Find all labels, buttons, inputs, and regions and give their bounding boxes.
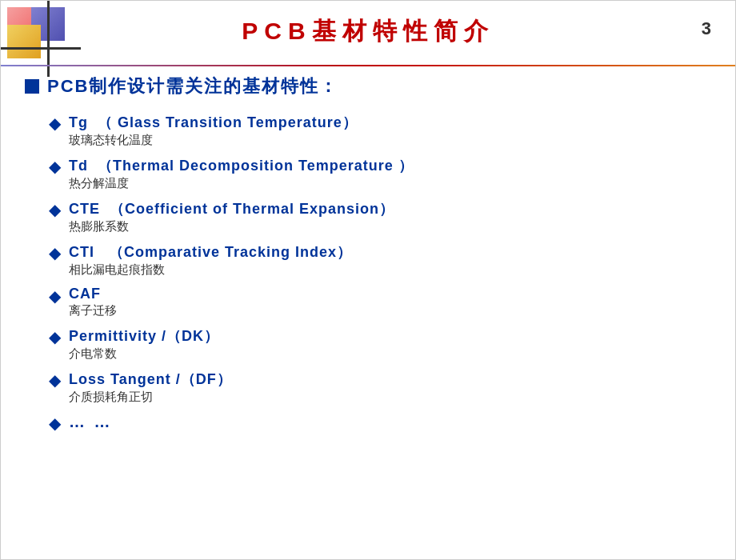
title-bar: PCB基材特性简介 <box>1 15 735 48</box>
item-content: CTI （Comparative Tracking Index） 相比漏电起痕指… <box>69 242 352 278</box>
item-content: CTE （Coefficient of Thermal Expansion） 热… <box>69 199 394 234</box>
item-main-text: CTI （Comparative Tracking Index） <box>69 242 352 262</box>
item-content: … … <box>69 413 113 431</box>
diamond-bullet-icon: ◆ <box>49 157 61 176</box>
content-area: PCB制作设计需关注的基材特性： ◆ Tg （ Glass Transition… <box>25 74 719 441</box>
diamond-bullet-icon: ◆ <box>49 327 61 346</box>
item-sub-text: 相比漏电起痕指数 <box>69 262 352 278</box>
list-item: ◆ Loss Tangent /（DF） 介质损耗角正切 <box>49 370 719 405</box>
list-item: ◆ Tg （ Glass Transition Temperature） 玻璃态… <box>49 113 719 148</box>
diamond-bullet-icon: ◆ <box>49 370 61 390</box>
list-item: ◆ CTE （Coefficient of Thermal Expansion）… <box>49 199 719 234</box>
properties-list: ◆ Tg （ Glass Transition Temperature） 玻璃态… <box>25 113 719 433</box>
item-main-text: Td （Thermal Decomposition Temperature ） <box>69 156 414 175</box>
list-item: ◆ CAF 离子迁移 <box>49 286 719 318</box>
list-item: ◆ Permittivity /（DK） 介电常数 <box>49 326 719 362</box>
item-main-text: CTE （Coefficient of Thermal Expansion） <box>69 199 394 218</box>
diamond-bullet-icon: ◆ <box>49 114 61 133</box>
item-sub-text: 玻璃态转化温度 <box>69 133 358 148</box>
item-main-text: Permittivity /（DK） <box>69 326 219 346</box>
item-main-text: Tg （ Glass Transition Temperature） <box>69 113 358 132</box>
diamond-bullet-icon: ◆ <box>49 414 61 433</box>
section-bullet-icon <box>25 79 39 94</box>
item-sub-text: 介质损耗角正切 <box>69 390 232 405</box>
slide-title: PCB基材特性简介 <box>242 18 494 44</box>
item-main-text-caf: CAF <box>69 286 117 302</box>
item-main-text: … … <box>69 413 113 431</box>
diamond-bullet-icon: ◆ <box>49 243 61 262</box>
diamond-bullet-icon: ◆ <box>49 200 61 219</box>
section-title: PCB制作设计需关注的基材特性： <box>47 74 338 98</box>
item-sub-text: 热分解温度 <box>69 176 414 191</box>
item-content: Td （Thermal Decomposition Temperature ） … <box>69 156 414 191</box>
list-item: ◆ Td （Thermal Decomposition Temperature … <box>49 156 719 191</box>
item-content: CAF 离子迁移 <box>69 286 117 318</box>
item-sub-text: 热膨胀系数 <box>69 219 394 234</box>
page-number: 3 <box>702 18 711 39</box>
list-item: ◆ … … <box>49 413 719 433</box>
item-sub-text: 介电常数 <box>69 346 219 362</box>
title-divider <box>1 65 735 66</box>
item-main-text: Loss Tangent /（DF） <box>69 370 232 389</box>
list-item: ◆ CTI （Comparative Tracking Index） 相比漏电起… <box>49 242 719 278</box>
item-sub-text: 离子迁移 <box>69 303 117 318</box>
section-heading: PCB制作设计需关注的基材特性： <box>25 74 719 98</box>
item-content: Permittivity /（DK） 介电常数 <box>69 326 219 362</box>
item-content: Loss Tangent /（DF） 介质损耗角正切 <box>69 370 232 405</box>
slide: PCB基材特性简介 3 PCB制作设计需关注的基材特性： ◆ Tg （ Glas… <box>0 0 736 560</box>
item-content: Tg （ Glass Transition Temperature） 玻璃态转化… <box>69 113 358 148</box>
diamond-bullet-icon: ◆ <box>49 286 61 306</box>
